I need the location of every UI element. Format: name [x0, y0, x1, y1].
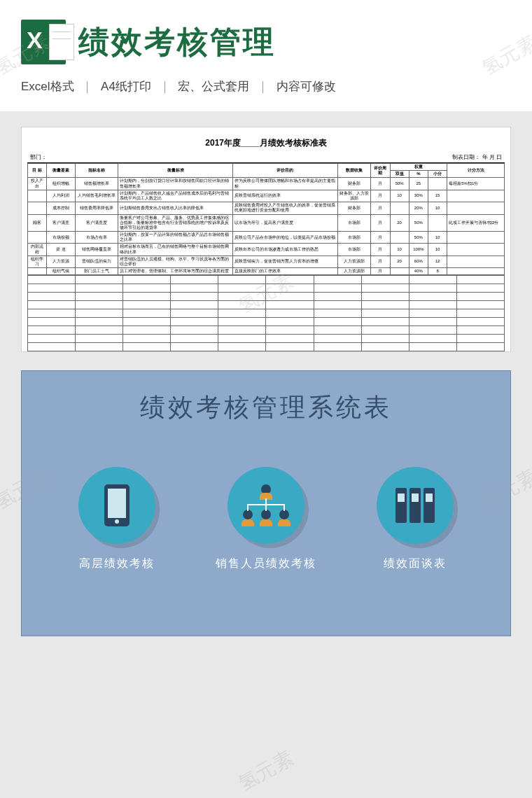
module-sales[interactable]: 销售人员绩效考核	[206, 467, 326, 571]
table-row: 组织气候部门员工士气员工对管理者、管理体制、工作环境等方面的综合满意程度直接反映…	[28, 268, 505, 275]
spreadsheet-preview: 2017年度____月绩效考核标准表 部门： 制表日期： 年 月 日 目 标 衡…	[21, 127, 511, 352]
phone-icon	[78, 467, 155, 544]
subheader: Excel格式 ｜ A4纸打印 ｜ 宏、公式套用 ｜ 内容可修改	[0, 78, 532, 111]
empty-row	[28, 293, 505, 301]
col-datasource: 数据收集	[337, 164, 371, 178]
empty-row	[28, 284, 505, 293]
col-weight: 权重	[390, 164, 447, 171]
empty-row	[28, 326, 505, 335]
col-element: 衡量要素	[47, 164, 76, 178]
module-row: 高层绩效考核 销售人员绩效考核 绩效面谈表	[22, 467, 510, 571]
table-header-row: 目 标 衡量要素 指标名称 衡量标准 评价目的 数据收集 评价周期 权重 计分方…	[28, 164, 505, 171]
empty-row	[28, 301, 505, 309]
feature-format: Excel格式	[21, 80, 74, 93]
empty-grid	[27, 275, 505, 351]
col-period: 评价周期	[371, 164, 390, 178]
col-standard: 衡量标准	[118, 164, 232, 178]
date-label: 制表日期： 年 月 日	[452, 153, 502, 161]
org-chart-icon	[227, 467, 304, 544]
col-target: 目 标	[28, 164, 47, 178]
excel-icon: X	[21, 20, 66, 64]
feature-editable: 内容可修改	[276, 80, 336, 93]
empty-row	[28, 318, 505, 326]
module-label: 绩效面谈表	[384, 556, 447, 571]
table-row: 投入产出组织增幅销售额增长率计划期内，分别按订货口径计算和按销售回款口径计算的销…	[28, 178, 505, 190]
kpi-table: 目 标 衡量要素 指标名称 衡量标准 评价目的 数据收集 评价周期 权重 计分方…	[27, 163, 505, 275]
empty-row	[28, 276, 505, 284]
col-weight-sub: 小分	[428, 171, 447, 178]
feature-print: A4纸打印	[101, 80, 151, 93]
col-weight-pct: %	[409, 171, 428, 178]
sheet-title: 2017年度____月绩效考核标准表	[27, 134, 505, 152]
empty-row	[28, 343, 505, 351]
table-row: 人均利润人均销售毛利增长率计划期内，产品销售收入减去产品销售成本后的毛利与营销系…	[28, 190, 505, 202]
empty-row	[28, 309, 505, 318]
module-interview[interactable]: 绩效面谈表	[356, 467, 475, 571]
dept-label: 部门：	[30, 153, 47, 161]
table-row: 成本控制销售费用率降低率计划期销售费用支出占销售收入比率的降低率反映销售费用对投…	[28, 202, 505, 214]
col-purpose: 评价目的	[232, 164, 337, 178]
module-label: 高层绩效考核	[79, 556, 155, 571]
separator: ｜	[159, 80, 171, 93]
cover-card: 绩效考核管理系统表 高层绩效考核 销售人员绩效考核	[21, 370, 511, 636]
separator: ｜	[257, 80, 269, 93]
separator: ｜	[81, 80, 93, 93]
module-executive[interactable]: 高层绩效考核	[57, 467, 176, 571]
col-scoring: 计分方法	[447, 164, 505, 178]
page-header: X 绩效考核管理	[0, 0, 532, 78]
page-title: 绩效考核管理	[78, 22, 276, 63]
table-row: 内部流程渠 道销售网络覆盖率相对目标市场而言，已有的销售网络与整个目标市场销售网…	[28, 244, 505, 255]
col-indicator: 指标名称	[76, 164, 118, 178]
watermark: 氢元素	[234, 745, 298, 797]
module-label: 销售人员绩效考核	[216, 556, 316, 571]
excel-icon-letter: X	[27, 27, 43, 54]
empty-row	[28, 335, 505, 343]
table-row: 市场份额市场占有率计划期内，按某一产品计算的销售额占该产品总市场销售额之比率反映…	[28, 232, 505, 244]
cover-title: 绩效考核管理系统表	[22, 371, 510, 425]
folders-icon	[377, 467, 454, 544]
col-weight-dual: 双值	[390, 171, 409, 178]
table-row: 组织学习人力资源营销队伍的实力对营销队伍的人员规模、结构、水平、学习状况等各方面…	[28, 255, 505, 267]
feature-macro: 宏、公式套用	[178, 80, 249, 93]
table-row: 顾客客户满意客户满意度衡量客户对公司形象、产品、服务、优势及工作集体感的综合指标…	[28, 214, 505, 232]
